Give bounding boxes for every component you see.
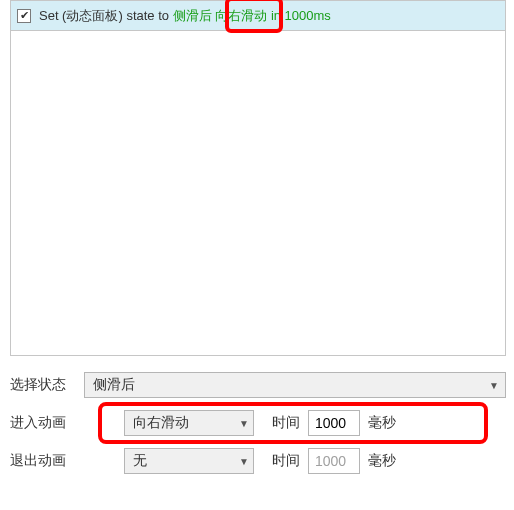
label-exit-time: 时间 (272, 452, 300, 470)
actions-panel: ✔ Set (动态面板) state to 侧滑后 向右滑动 in 1000ms (10, 0, 506, 356)
enter-time-input[interactable] (308, 410, 360, 436)
action-prefix: Set (动态面板) state to (39, 8, 173, 23)
select-state-dropdown[interactable]: 侧滑后 ▼ (84, 372, 506, 398)
label-enter-time: 时间 (272, 414, 300, 432)
action-checkbox[interactable]: ✔ (17, 9, 31, 23)
label-enter-animation: 进入动画 (10, 414, 84, 432)
row-enter-animation: 进入动画 向右滑动 ▼ 时间 毫秒 (10, 404, 506, 442)
action-suffix: in 1000ms (267, 8, 331, 23)
chevron-down-icon: ▼ (239, 456, 249, 467)
action-text: Set (动态面板) state to 侧滑后 向右滑动 in 1000ms (39, 7, 331, 25)
label-select-state: 选择状态 (10, 376, 84, 394)
enter-animation-dropdown[interactable]: 向右滑动 ▼ (124, 410, 254, 436)
action-state: 侧滑后 (173, 8, 212, 23)
action-direction: 向右滑动 (215, 8, 267, 23)
unit-exit: 毫秒 (368, 452, 396, 470)
label-exit-animation: 退出动画 (10, 452, 84, 470)
row-exit-animation: 退出动画 无 ▼ 时间 毫秒 (10, 442, 506, 480)
unit-enter: 毫秒 (368, 414, 396, 432)
form-area: 选择状态 侧滑后 ▼ 进入动画 向右滑动 ▼ 时间 毫秒 退出动画 无 ▼ 时间… (10, 366, 506, 480)
chevron-down-icon: ▼ (489, 380, 499, 391)
exit-animation-value: 无 (133, 452, 147, 470)
action-row[interactable]: ✔ Set (动态面板) state to 侧滑后 向右滑动 in 1000ms (11, 1, 505, 31)
select-state-value: 侧滑后 (93, 376, 135, 394)
exit-animation-dropdown[interactable]: 无 ▼ (124, 448, 254, 474)
enter-animation-value: 向右滑动 (133, 414, 189, 432)
row-select-state: 选择状态 侧滑后 ▼ (10, 366, 506, 404)
exit-time-input[interactable] (308, 448, 360, 474)
chevron-down-icon: ▼ (239, 418, 249, 429)
